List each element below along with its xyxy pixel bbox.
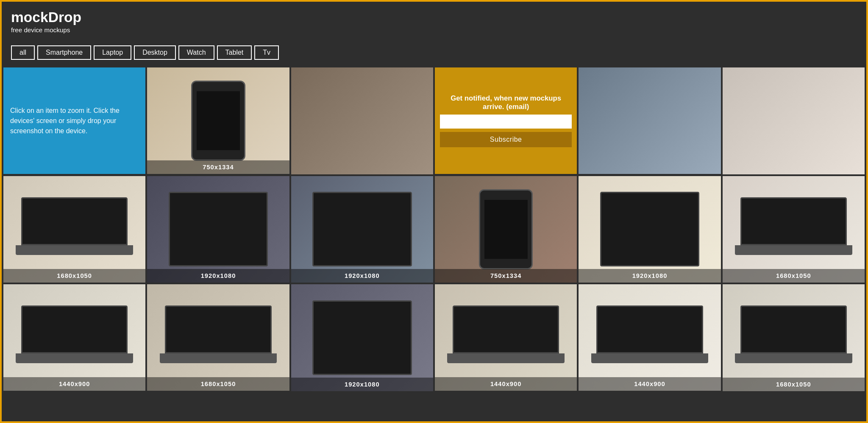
- mockup-image: [3, 176, 145, 283]
- resolution-label: 750x1334: [435, 269, 577, 283]
- mockup-image: [435, 284, 577, 391]
- filter-btn-all[interactable]: all: [11, 45, 35, 60]
- subscribe-email-input[interactable]: [440, 115, 572, 129]
- mockup-image: [579, 67, 721, 174]
- resolution-label: 1680x1050: [723, 378, 865, 391]
- subscribe-box: Get notified, when new mockups arrive. (…: [435, 67, 577, 174]
- mockup-item[interactable]: 750x1334: [147, 67, 289, 174]
- mockup-image: [579, 284, 721, 391]
- mockup-image: [723, 176, 865, 283]
- mockup-image: [579, 176, 721, 283]
- mockup-item[interactable]: 1440x900: [435, 284, 577, 391]
- filter-btn-smartphone[interactable]: Smartphone: [37, 45, 91, 60]
- mockup-image: [291, 176, 433, 283]
- resolution-label: 1920x1080: [147, 269, 289, 283]
- mockup-item[interactable]: 1440x900: [3, 284, 145, 391]
- resolution-label: 1680x1050: [3, 269, 145, 283]
- filter-btn-tv[interactable]: Tv: [254, 45, 279, 60]
- site-subtitle: free device mockups: [11, 26, 857, 34]
- subscribe-button[interactable]: Subscribe: [440, 132, 572, 147]
- mockup-item[interactable]: [723, 67, 865, 174]
- mockup-image: [291, 284, 433, 391]
- resolution-label: 1920x1080: [291, 269, 433, 283]
- resolution-label: 1440x900: [435, 377, 577, 391]
- header: mockDrop free device mockups: [2, 2, 866, 38]
- resolution-label: 1440x900: [3, 377, 145, 391]
- mockup-item[interactable]: 1920x1080: [291, 176, 433, 283]
- resolution-label: 1680x1050: [147, 377, 289, 391]
- filter-bar: allSmartphoneLaptopDesktopWatchTabletTv: [2, 38, 866, 66]
- subscribe-title: Get notified, when new mockups arrive. (…: [440, 94, 572, 111]
- main-grid: Click on an item to zoom it. Click the d…: [2, 66, 866, 393]
- info-box: Click on an item to zoom it. Click the d…: [3, 67, 145, 174]
- mockup-image: [147, 67, 289, 174]
- mockup-image: [3, 284, 145, 391]
- mockup-item[interactable]: 1680x1050: [147, 284, 289, 391]
- mockup-image: [723, 67, 865, 174]
- mockup-item[interactable]: [579, 67, 721, 174]
- filter-btn-laptop[interactable]: Laptop: [94, 45, 131, 60]
- filter-btn-watch[interactable]: Watch: [178, 45, 214, 60]
- mockup-image: [147, 284, 289, 391]
- resolution-label: 1440x900: [579, 377, 721, 391]
- mockup-item[interactable]: [291, 67, 433, 174]
- mockup-item[interactable]: 1920x1080: [291, 284, 433, 391]
- mockup-item[interactable]: 1920x1080: [579, 176, 721, 283]
- filter-btn-tablet[interactable]: Tablet: [217, 45, 252, 60]
- mockup-image: [147, 176, 289, 283]
- resolution-label: 750x1334: [147, 160, 289, 174]
- mockup-item[interactable]: 750x1334: [435, 176, 577, 283]
- mockup-item[interactable]: 1920x1080: [147, 176, 289, 283]
- mockup-image: [291, 67, 433, 174]
- resolution-label: 1920x1080: [291, 378, 433, 391]
- mockup-image: [435, 176, 577, 283]
- mockup-item[interactable]: 1440x900: [579, 284, 721, 391]
- filter-btn-desktop[interactable]: Desktop: [134, 45, 176, 60]
- site-title: mockDrop: [11, 9, 857, 25]
- mockup-item[interactable]: 1680x1050: [723, 284, 865, 391]
- mockup-image: [723, 284, 865, 391]
- resolution-label: 1920x1080: [579, 269, 721, 283]
- resolution-label: 1680x1050: [723, 269, 865, 283]
- mockup-item[interactable]: 1680x1050: [3, 176, 145, 283]
- mockup-item[interactable]: 1680x1050: [723, 176, 865, 283]
